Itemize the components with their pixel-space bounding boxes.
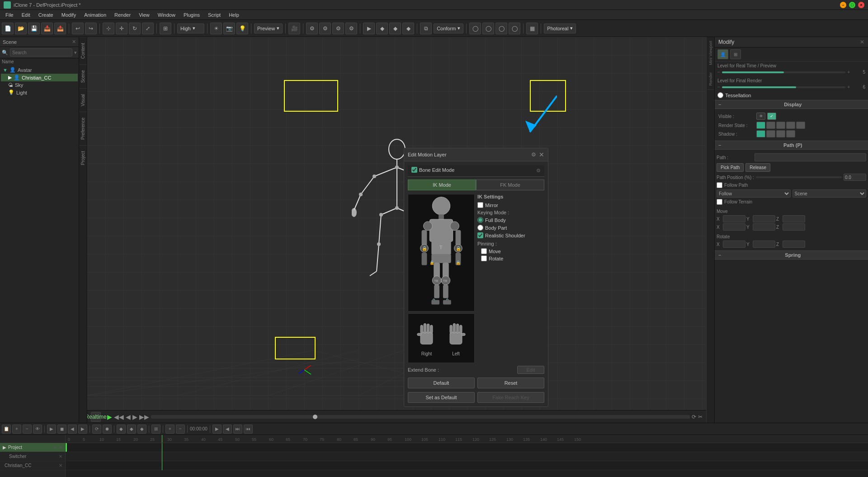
move-y-input[interactable]: 0.000 <box>753 215 775 222</box>
anim-btn2[interactable]: ◆ <box>376 23 388 34</box>
pick-path-btn[interactable]: Pick Path <box>717 163 744 172</box>
path-section-bar[interactable]: − Path (P) <box>715 141 868 150</box>
dialog-close-btn[interactable]: ✕ <box>539 151 544 158</box>
loop-icon[interactable]: ⟳ <box>692 414 696 420</box>
move-checkbox[interactable] <box>481 248 487 254</box>
menu-render[interactable]: Render <box>111 11 134 19</box>
mirror-checkbox[interactable] <box>477 202 483 208</box>
tool2[interactable]: ⚙ <box>319 23 331 34</box>
scale-tool[interactable]: ⤢ <box>142 23 154 34</box>
side-tab-scene[interactable]: Scene <box>79 64 87 88</box>
tl-btn-zoom-out[interactable]: − <box>176 425 185 434</box>
track-close-icon[interactable]: ✕ <box>59 445 62 450</box>
menu-edit[interactable]: Edit <box>18 11 34 19</box>
move-z2-input[interactable]: 0.000 <box>783 223 805 231</box>
tl-btn-key3[interactable]: ◆ <box>137 425 146 434</box>
default-btn[interactable]: Default <box>408 378 475 388</box>
follow-select[interactable]: Follow <box>717 189 791 198</box>
rt-plus-icon[interactable]: + <box>847 70 850 75</box>
fr-minus-icon[interactable]: − <box>717 85 720 90</box>
track-row-switcher[interactable] <box>66 452 868 461</box>
tl-btn-record[interactable]: ⏺ <box>103 425 112 434</box>
undo-btn[interactable]: ↩ <box>72 23 84 34</box>
track-switcher-close[interactable]: ✕ <box>59 454 62 459</box>
track-project[interactable]: ▶ Project ✕ ✕ <box>0 443 65 452</box>
realtime-btn[interactable]: Realtime <box>91 412 101 422</box>
bone-edit-settings-icon[interactable]: ⚙ <box>536 168 541 174</box>
gear-icon[interactable]: ⚙ <box>531 151 536 158</box>
menu-help[interactable]: Help <box>225 11 243 19</box>
tl-btn-less[interactable]: ◀ <box>223 425 232 434</box>
follow-path-checkbox[interactable] <box>717 182 722 188</box>
rt-minus-icon[interactable]: − <box>717 70 720 75</box>
menu-file[interactable]: File <box>2 11 17 19</box>
full-body-radio[interactable] <box>477 217 483 223</box>
quality-dropdown[interactable]: High ▾ <box>177 24 204 33</box>
path-pos-slider[interactable] <box>756 176 842 178</box>
path-pos-input[interactable] <box>844 174 866 181</box>
video-btn[interactable]: 🎥 <box>288 23 300 34</box>
rot-x-input[interactable]: 0.000 <box>723 241 745 248</box>
step-fwd-icon[interactable]: ▶▶ <box>139 413 149 420</box>
tl-btn-project[interactable]: 📋 <box>2 425 11 434</box>
modify-tab-btn-main[interactable]: 👤 <box>717 49 728 59</box>
tool1[interactable]: ⚙ <box>306 23 318 34</box>
sun-btn[interactable]: ☀ <box>210 23 222 34</box>
tl-btn-end[interactable]: ⏭ <box>233 425 242 434</box>
tl-btn-snap[interactable]: ⊞ <box>151 425 160 434</box>
tree-avatar-section[interactable]: ▼ 👤 Avatar <box>1 66 78 74</box>
minimize-button[interactable]: – <box>840 2 846 8</box>
modify-tab-btn-texture[interactable]: ⊞ <box>730 49 741 59</box>
menu-window[interactable]: Window <box>154 11 179 19</box>
final-render-slider[interactable] <box>722 86 845 88</box>
camera-btn[interactable]: 📷 <box>223 23 235 34</box>
tree-christian-cc[interactable]: ▶ 👤 Christian_CC <box>1 74 78 81</box>
photoreal-dropdown[interactable]: Photoreal ▾ <box>544 24 576 33</box>
anim-btn4[interactable]: ◆ <box>402 23 414 34</box>
new-btn[interactable]: 📄 <box>2 23 14 34</box>
side-tab-content[interactable]: Content <box>79 37 87 64</box>
next-frame-icon[interactable]: ▶ <box>132 413 137 420</box>
export-btn[interactable]: 📤 <box>54 23 66 34</box>
realistic-shoulder-checkbox[interactable] <box>477 232 483 238</box>
tl-btn-vis[interactable]: 👁 <box>33 425 42 434</box>
menu-animation[interactable]: Animation <box>80 11 110 19</box>
realtime-slider[interactable] <box>722 71 845 73</box>
render-btn1[interactable]: ◯ <box>469 23 481 34</box>
tl-btn-zoom-in[interactable]: + <box>165 425 175 434</box>
side-tab-project[interactable]: Project <box>79 145 87 170</box>
menu-create[interactable]: Create <box>35 11 57 19</box>
reset-btn[interactable]: Reset <box>477 378 544 388</box>
render-btn3[interactable]: ◯ <box>495 23 507 34</box>
sh-btn3[interactable] <box>776 130 785 137</box>
rotate-checkbox[interactable] <box>481 255 487 261</box>
rot-z-input[interactable]: 0.000 <box>783 241 805 248</box>
set-default-btn[interactable]: Set as Default <box>408 392 475 403</box>
spring-section-bar[interactable]: − Spring <box>715 250 868 260</box>
tl-btn-next[interactable]: ▶ <box>78 425 87 434</box>
prev-frame-icon[interactable]: ◀ <box>126 413 131 420</box>
body-part-radio[interactable] <box>477 225 483 231</box>
rotate-tool[interactable]: ↻ <box>129 23 141 34</box>
move-x2-input[interactable]: 0.000 <box>723 223 745 231</box>
rs-btn3[interactable] <box>776 122 785 129</box>
search-input[interactable] <box>10 48 72 57</box>
tree-light[interactable]: 💡 Light <box>1 89 78 96</box>
light-btn[interactable]: 💡 <box>236 23 248 34</box>
rs-btn1[interactable] <box>756 122 765 129</box>
tl-btn-key2[interactable]: ◆ <box>127 425 136 434</box>
step-back-icon[interactable]: ◀◀ <box>114 413 124 420</box>
render-btn2[interactable]: ◯ <box>482 23 494 34</box>
play-icon[interactable]: ▶ <box>107 413 112 420</box>
preview-dropdown[interactable]: Preview ▾ <box>254 24 283 33</box>
fake-reach-key-btn[interactable]: Fake Reach Key <box>477 392 544 403</box>
move-z-input[interactable]: 0.000 <box>783 215 805 222</box>
timeline-thumb[interactable] <box>313 415 317 419</box>
rot-y-input[interactable]: 0.000 <box>753 241 775 248</box>
rs-btn2[interactable] <box>766 122 775 129</box>
redo-btn[interactable]: ↪ <box>85 23 97 34</box>
sh-btn4[interactable] <box>786 130 795 137</box>
move-tool[interactable]: ✛ <box>116 23 127 34</box>
rs-btn5[interactable] <box>796 122 805 129</box>
edit-btn[interactable]: Edit <box>517 366 544 374</box>
